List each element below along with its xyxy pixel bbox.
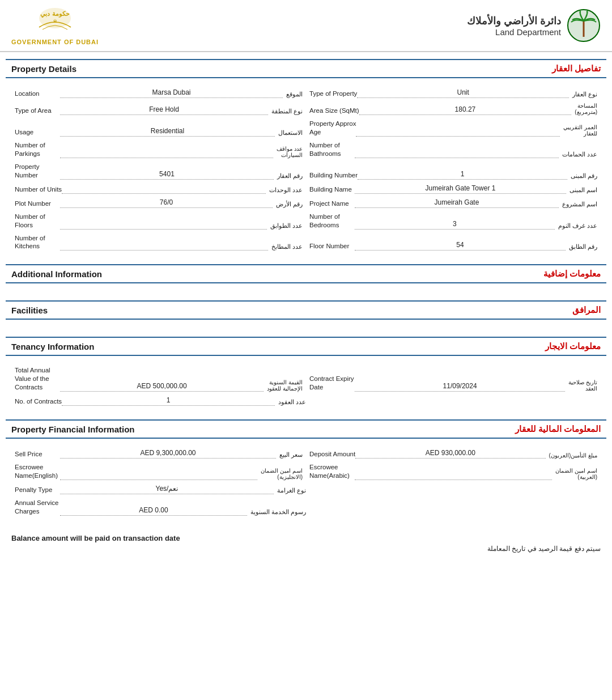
annual-service-label: Annual ServiceCharges	[15, 499, 60, 516]
floor-number-value: 54	[355, 241, 566, 251]
tenancy-fields: Total AnnualValue of theContracts AED 50…	[6, 359, 606, 413]
escrowee-ar-label: EscroweeName(Arabic)	[309, 463, 355, 480]
property-number-field: PropertyNumber 5401 رقم العقار	[11, 160, 306, 181]
fields-row-9: Number ofKitchens عدد المطابخ Floor Numb…	[11, 232, 601, 252]
facilities-header: Facilities المرافق	[6, 300, 606, 320]
property-age-label: Property ApproxAge	[309, 120, 356, 137]
financial-row-3: Penalty Type Yes/نعم نوع الغرامة	[11, 482, 601, 495]
property-number-label-ar: رقم العقار	[277, 172, 303, 180]
fields-row-4: Number ofParkings عدد مواقفالسيارات Numb…	[11, 139, 601, 159]
financial-row-2: EscroweeName(English) اسم امين الضمان(ال…	[11, 461, 601, 481]
num-contracts-label: No. of Contracts	[15, 397, 62, 406]
financial-row-4: Annual ServiceCharges AED 0.00 رسوم الخد…	[11, 497, 601, 517]
additional-info-content	[0, 283, 612, 300]
parkings-value	[60, 156, 273, 158]
plot-number-label-ar: رقم الأرض	[276, 201, 303, 208]
property-number-value: 5401	[60, 170, 274, 180]
num-units-label: Number of Units	[15, 185, 62, 194]
building-name-label-ar: اسم المبنى	[570, 186, 597, 194]
fields-row-2: Type of Area Free Hold نوع المنطقة Area …	[11, 100, 601, 116]
fields-row-3: Usage Residential الاستعمال Property App…	[11, 117, 601, 138]
tenancy-info-header: Tenancy Information معلومات الايجار	[6, 337, 606, 356]
bathrooms-value	[355, 156, 559, 158]
floor-number-label-ar: رقم الطابق	[569, 243, 597, 251]
bedrooms-label-ar: عدد غرف النوم	[558, 222, 597, 230]
sell-price-value: AED 9,300,000.00	[60, 449, 276, 459]
location-field: Location Marsa Dubai الموقع	[11, 86, 306, 99]
location-label-ar: الموقع	[286, 91, 303, 98]
bathrooms-field: Number ofBathrooms عدد الحمامات	[306, 139, 601, 159]
type-property-value: Unit	[357, 88, 569, 98]
usage-value: Residential	[60, 127, 275, 137]
financial-info-header: Property Financial Information المعلومات…	[6, 419, 606, 439]
usage-label-ar: الاستعمال	[278, 129, 303, 137]
parkings-label: Number ofParkings	[15, 141, 60, 158]
fields-row-1: Location Marsa Dubai الموقع Type of Prop…	[11, 86, 601, 99]
property-details-fields: Location Marsa Dubai الموقع Type of Prop…	[6, 82, 606, 257]
annual-service-field: Annual ServiceCharges AED 0.00 رسوم الخد…	[11, 497, 309, 517]
annual-service-label-ar: رسوم الخدمة السنوية	[250, 508, 306, 516]
total-annual-label-ar: القيمة السنويةالإجمالية للعقود	[267, 379, 303, 392]
kitchens-value	[60, 249, 268, 251]
bedrooms-value: 3	[355, 220, 555, 230]
facilities-content	[0, 320, 612, 337]
type-area-label: Type of Area	[15, 107, 60, 115]
contract-expiry-label: Contract ExpiryDate	[309, 375, 355, 392]
num-units-value	[62, 192, 266, 194]
area-size-label: Area Size (SqMt)	[309, 107, 359, 115]
project-name-value: Jumeirah Gate	[355, 198, 559, 208]
project-name-field: Project Name Jumeirah Gate اسم المشروع	[306, 196, 601, 209]
annual-service-value: AED 0.00	[60, 506, 247, 516]
floor-number-field: Floor Number 54 رقم الطابق	[306, 232, 601, 252]
parkings-field: Number ofParkings عدد مواقفالسيارات	[11, 139, 306, 159]
palm-tree-icon	[567, 9, 601, 43]
escrowee-en-label-ar: اسم امين الضمان(الانجليزية)	[261, 468, 303, 480]
deposit-amount-field: Deposit Amount AED 930,000.00 مبلغ التأم…	[306, 447, 601, 460]
dept-name-arabic: دائرة الأراضي والأملاك	[467, 15, 561, 27]
type-property-label-ar: نوع العقار	[572, 91, 597, 98]
property-age-field: Property ApproxAge العمر التقريبيللعقار	[306, 117, 601, 138]
bedrooms-field: Number ofBedrooms 3 عدد غرف النوم	[306, 210, 601, 231]
escrowee-ar-label-ar: اسم امين الضمان(العربية)	[555, 468, 597, 480]
deposit-amount-label: Deposit Amount	[309, 450, 355, 459]
dept-name-english: Land Department	[467, 27, 561, 37]
num-units-field: Number of Units عدد الوحدات	[11, 182, 306, 195]
location-label: Location	[15, 90, 60, 98]
escrowee-ar-field: EscroweeName(Arabic) اسم امين الضمان(الع…	[306, 461, 601, 481]
tenancy-info-title-en: Tenancy Information	[11, 342, 94, 351]
type-area-label-ar: نوع المنطقة	[271, 108, 303, 115]
building-name-field: Building Name Jumeirah Gate Tower 1 اسم …	[306, 182, 601, 195]
property-age-label-ar: العمر التقريبيللعقار	[563, 124, 597, 137]
num-floors-label-ar: عدد الطوابق	[270, 222, 303, 230]
financial-info-title-en: Property Financial Information	[11, 425, 135, 434]
bathrooms-label-ar: عدد الحمامات	[562, 151, 597, 158]
fields-row-7: Plot Number 76/0 رقم الأرض Project Name …	[11, 196, 601, 209]
floor-number-label: Floor Number	[309, 242, 355, 251]
contract-expiry-value: 11/09/2024	[355, 382, 565, 392]
plot-number-field: Plot Number 76/0 رقم الأرض	[11, 196, 306, 209]
deposit-amount-label-ar: مبلغ التأمين(العربون)	[549, 452, 597, 459]
property-details-header: Property Details تفاصيل العقار	[6, 59, 606, 78]
kitchens-label-ar: عدد المطابخ	[271, 243, 303, 251]
gov-name: GOVERNMENT OF DUBAI	[11, 39, 99, 45]
financial-fields: Sell Price AED 9,300,000.00 سعر البيع De…	[6, 442, 606, 523]
gov-logo-left: حكومة دبي 🏛 GOVERNMENT OF DUBAI	[11, 6, 99, 45]
bedrooms-label: Number ofBedrooms	[309, 213, 355, 230]
penalty-type-field: Penalty Type Yes/نعم نوع الغرامة	[11, 482, 309, 495]
fields-row-8: Number ofFloors عدد الطوابق Number ofBed…	[11, 210, 601, 231]
page-header: حكومة دبي 🏛 GOVERNMENT OF DUBAI دائرة ال…	[0, 0, 612, 52]
total-annual-value: AED 500,000.00	[60, 382, 264, 392]
fields-row-5: PropertyNumber 5401 رقم العقار Building …	[11, 160, 601, 181]
contract-expiry-label-ar: تاريخ صلاحيةالعقد	[568, 379, 597, 392]
deposit-amount-value: AED 930,000.00	[355, 449, 545, 459]
num-floors-value	[60, 228, 267, 230]
building-number-field: Building Number 1 رقم المبنى	[306, 160, 601, 181]
area-size-field: Area Size (SqMt) 180.27 المساحة(مترمربع)	[306, 100, 601, 116]
fields-row-6: Number of Units عدد الوحدات Building Nam…	[11, 182, 601, 195]
building-name-label: Building Name	[309, 185, 355, 194]
escrowee-en-label: EscroweeName(English)	[15, 463, 60, 480]
footer-note-en: Balance amount will be paid on transacti…	[11, 534, 601, 542]
property-age-value	[356, 135, 560, 137]
tenancy-info-title-ar: معلومات الايجار	[545, 341, 601, 351]
type-area-value: Free Hold	[60, 105, 268, 115]
